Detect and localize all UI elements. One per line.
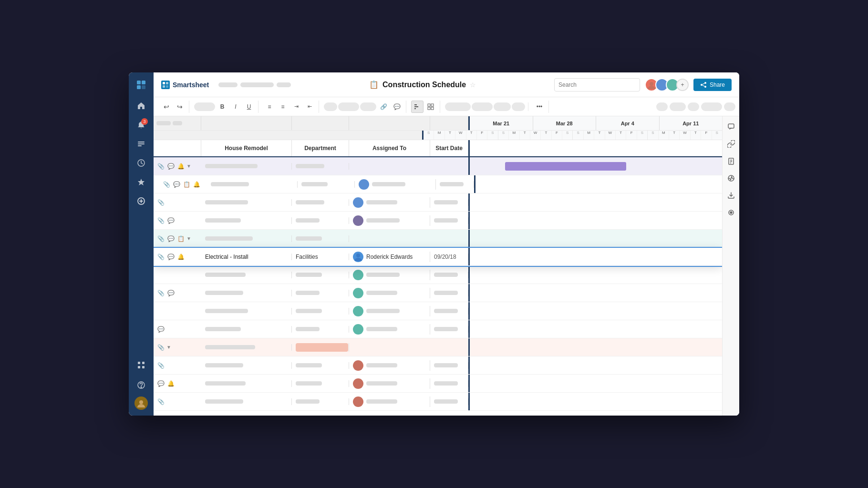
toolbar-link[interactable]: 🔗 bbox=[377, 101, 390, 113]
row-expand-arrow[interactable]: ▼ bbox=[186, 236, 191, 241]
toolbar-outdent[interactable]: ⇤ bbox=[303, 101, 316, 113]
row-icon-copy[interactable]: 📋 bbox=[182, 180, 191, 189]
row-expand-arrow[interactable]: ▼ bbox=[166, 345, 171, 350]
row-expand-arrow[interactable]: ▼ bbox=[186, 163, 191, 169]
svg-rect-0 bbox=[137, 81, 141, 84]
row-icon-notify[interactable]: 🔔 bbox=[166, 379, 175, 388]
toolbar-group-misc bbox=[442, 102, 528, 111]
toolbar-underline[interactable]: U bbox=[243, 101, 255, 113]
row-icon-attach[interactable]: 📎 bbox=[156, 253, 165, 261]
table-row[interactable]: 📎 bbox=[154, 393, 722, 411]
svg-point-27 bbox=[704, 82, 706, 84]
table-row[interactable]: 📎 💬 bbox=[154, 284, 722, 302]
sidebar-item-favorites[interactable] bbox=[133, 173, 150, 191]
table-row[interactable]: 📎 💬 📋 🔔 bbox=[154, 175, 722, 193]
svg-point-24 bbox=[660, 82, 664, 86]
toolbar-italic[interactable]: I bbox=[229, 101, 242, 113]
toolbar-view-gantt[interactable] bbox=[411, 101, 424, 113]
row-icon-attach[interactable]: 📎 bbox=[156, 216, 165, 225]
user-avatar[interactable] bbox=[134, 396, 148, 410]
row-icon-notify[interactable]: 🔔 bbox=[192, 180, 201, 189]
table-row[interactable]: 📎 bbox=[154, 356, 722, 375]
right-panel-link-icon[interactable] bbox=[724, 137, 738, 151]
table-row[interactable]: 💬 🔔 bbox=[154, 375, 722, 393]
row-icon-attach[interactable]: 📎 bbox=[156, 289, 165, 297]
sidebar-item-apps[interactable] bbox=[133, 356, 150, 374]
svg-rect-37 bbox=[431, 107, 434, 110]
row-icon-comment[interactable]: 💬 bbox=[166, 216, 175, 225]
row-icon-attach[interactable]: 📎 bbox=[156, 361, 165, 370]
toolbar-more[interactable]: ••• bbox=[533, 101, 546, 113]
table-row[interactable]: 📎 💬 📋 ▼ bbox=[154, 230, 722, 248]
toolbar-align-center[interactable]: ≡ bbox=[277, 101, 289, 113]
svg-rect-2 bbox=[137, 85, 141, 89]
table-row[interactable]: 📎 💬 bbox=[154, 212, 722, 230]
toolbar: ↩ ↪ B I U ≡ ≡ ⇥ ⇤ 🔗 💬 bbox=[154, 97, 739, 116]
table-row[interactable]: 📎 ▼ bbox=[154, 338, 722, 356]
search-input[interactable] bbox=[554, 78, 640, 92]
row-icon-comment[interactable]: 💬 bbox=[166, 162, 175, 171]
sidebar-item-add[interactable] bbox=[133, 193, 150, 210]
week-label-2: Mar 28 bbox=[533, 116, 597, 130]
sidebar-item-notifications[interactable]: 3 bbox=[133, 116, 150, 133]
table-row[interactable]: 💬 bbox=[154, 320, 722, 338]
day-labels-row: S M T W T F S S M T W T F S S bbox=[154, 131, 722, 140]
svg-rect-15 bbox=[142, 366, 145, 368]
toolbar-indent[interactable]: ⇥ bbox=[290, 101, 302, 113]
row-icon-copy[interactable]: 📋 bbox=[176, 234, 185, 243]
col-header-assigned[interactable]: Assigned To bbox=[349, 140, 430, 156]
logo-icon[interactable] bbox=[134, 78, 148, 92]
right-panel-expand-icon[interactable] bbox=[724, 206, 738, 219]
svg-point-28 bbox=[704, 86, 706, 88]
right-panel-comments-icon[interactable] bbox=[724, 120, 738, 133]
row-icon-notify[interactable]: 🔔 bbox=[176, 253, 185, 261]
col-header-department[interactable]: Department bbox=[292, 140, 349, 156]
header: Smartsheet 📋 Construction Schedule ☆ bbox=[154, 72, 739, 97]
right-panel-save-icon[interactable] bbox=[724, 189, 738, 202]
row-icon-comment[interactable]: 💬 bbox=[166, 289, 175, 297]
toolbar-bold[interactable]: B bbox=[216, 101, 228, 113]
share-button[interactable]: Share bbox=[693, 79, 732, 91]
table-row[interactable]: 📎 💬 🔔 ▼ bbox=[154, 157, 722, 175]
row-icon-comment[interactable]: 💬 bbox=[156, 325, 165, 334]
col-header-start-date[interactable]: Start Date bbox=[430, 140, 468, 156]
row-icon-attach[interactable]: 📎 bbox=[156, 343, 165, 352]
toolbar-view-grid[interactable] bbox=[424, 101, 437, 113]
row-icon-notify[interactable]: 🔔 bbox=[176, 162, 185, 171]
col-header-task[interactable]: House Remodel bbox=[201, 140, 292, 156]
header-center: 📋 Construction Schedule ☆ bbox=[297, 80, 548, 89]
sidebar-item-help[interactable] bbox=[133, 376, 150, 394]
svg-rect-1 bbox=[142, 81, 145, 84]
row-icon-attach[interactable]: 📎 bbox=[156, 162, 165, 171]
col-header-icons bbox=[154, 140, 201, 156]
table-row[interactable] bbox=[154, 266, 722, 284]
sidebar-item-home[interactable] bbox=[133, 97, 150, 114]
week-label-1: Mar 21 bbox=[470, 116, 533, 130]
row-icon-attach[interactable]: 📎 bbox=[162, 180, 171, 189]
toolbar-undo[interactable]: ↩ bbox=[160, 101, 173, 113]
sidebar-item-recent[interactable] bbox=[133, 154, 150, 172]
toolbar-group-actions: ••• bbox=[530, 101, 549, 113]
gantt-bar-1 bbox=[505, 162, 626, 171]
right-panel-files-icon[interactable] bbox=[724, 154, 738, 168]
toolbar-redo[interactable]: ↪ bbox=[174, 101, 186, 113]
right-panel-activity-icon[interactable] bbox=[724, 172, 738, 185]
table-row[interactable]: 📎 bbox=[154, 193, 722, 212]
favorite-star-icon[interactable]: ☆ bbox=[470, 81, 476, 89]
svg-rect-36 bbox=[428, 107, 430, 110]
active-table-row[interactable]: 📎 💬 🔔 Electrical - Install Facilities bbox=[154, 248, 722, 266]
row-icon-comment[interactable]: 💬 bbox=[166, 234, 175, 243]
toolbar-align-left[interactable]: ≡ bbox=[263, 101, 276, 113]
row-icon-comment[interactable]: 💬 bbox=[166, 253, 175, 261]
toolbar-comment[interactable]: 💬 bbox=[391, 101, 403, 113]
row-icon-comment[interactable]: 💬 bbox=[172, 180, 181, 189]
sidebar-item-browse[interactable] bbox=[133, 135, 150, 152]
toolbar-group-insert: 🔗 💬 bbox=[321, 101, 406, 113]
row-icon-attach[interactable]: 📎 bbox=[156, 397, 165, 406]
add-collaborator-button[interactable]: + bbox=[676, 79, 689, 91]
table-row[interactable] bbox=[154, 302, 722, 320]
row-icon-comment[interactable]: 💬 bbox=[156, 379, 165, 388]
svg-point-38 bbox=[362, 181, 366, 185]
row-icon-attach[interactable]: 📎 bbox=[156, 198, 165, 207]
row-icon-attach[interactable]: 📎 bbox=[156, 234, 165, 243]
